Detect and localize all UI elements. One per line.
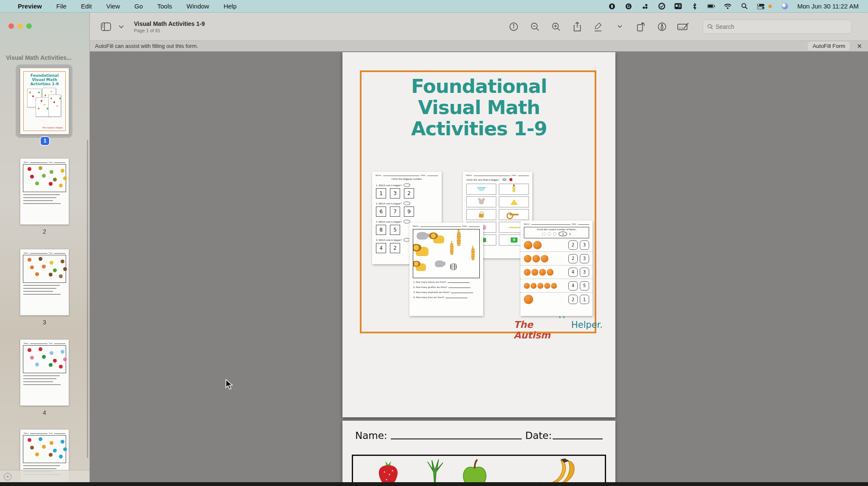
- close-window-button[interactable]: [8, 23, 14, 29]
- plus-icon[interactable]: +: [4, 473, 11, 480]
- zoom-out-icon[interactable]: [529, 21, 541, 33]
- count-row: 23: [520, 252, 593, 265]
- name-blank-line: [30, 344, 48, 344]
- menu-item-go[interactable]: Go: [134, 3, 143, 10]
- share-icon[interactable]: [571, 21, 583, 33]
- draw-icon[interactable]: [656, 21, 668, 33]
- mini-item-dot: [44, 104, 45, 106]
- orange-icon: [537, 283, 543, 289]
- minimize-window-button[interactable]: [17, 23, 23, 29]
- date-label: Date:: [49, 161, 53, 163]
- pdf-page-2: Name: Date:: [342, 421, 615, 486]
- date-label: Date:: [49, 432, 53, 434]
- sidebar-document-title: Visual Math Activities...: [6, 54, 72, 61]
- thumbnail-page-4[interactable]: Name:Date:: [20, 339, 69, 406]
- mini-item-dot: [42, 355, 46, 359]
- menu-clock[interactable]: Mon Jun 30 11:22 AM: [797, 3, 859, 10]
- date-label: Date:: [572, 223, 577, 225]
- knot-icon[interactable]: [658, 3, 665, 10]
- date-blank-line: [518, 176, 529, 176]
- mini-item-dot: [30, 175, 34, 179]
- zoom-in-icon[interactable]: [550, 21, 562, 33]
- rotate-icon[interactable]: [635, 21, 647, 33]
- info-icon[interactable]: [508, 21, 520, 33]
- cheese-icon: [510, 199, 518, 205]
- mini-collage-sheet: [36, 97, 50, 117]
- circled-number: 3: [559, 232, 567, 236]
- menu-item-preview[interactable]: Preview: [18, 3, 42, 10]
- mini-item-dot: [35, 363, 39, 366]
- fruit-picture-box: [352, 455, 606, 486]
- mini-item-dot: [30, 446, 34, 450]
- elephant-icon: [435, 260, 444, 267]
- menu-item-view[interactable]: View: [106, 3, 120, 10]
- chevron-down-icon[interactable]: [115, 21, 127, 33]
- lion-icon: [416, 247, 428, 256]
- mini-name-date-line: Name:Date:: [20, 430, 69, 434]
- number-choice-box: 3: [580, 254, 589, 263]
- markup-pencil-icon[interactable]: [593, 21, 604, 33]
- lion-icon: [416, 263, 426, 271]
- mini-item-dot: [50, 441, 53, 445]
- markup-chevron-icon[interactable]: [614, 21, 626, 33]
- answer-doodle-icon: [403, 201, 410, 205]
- record-icon[interactable]: [608, 3, 616, 10]
- mini-question-line: [23, 203, 66, 204]
- mini-question-line: [23, 378, 66, 379]
- mini-item-dot: [50, 170, 53, 174]
- date-blank-line[interactable]: [553, 439, 603, 439]
- item-cell: [499, 209, 529, 220]
- number-choices: 23: [568, 254, 589, 263]
- mini-question-line: [23, 200, 66, 201]
- siri-icon[interactable]: [781, 3, 788, 10]
- sidebar-toggle-icon[interactable]: [100, 21, 112, 33]
- bluetooth-icon[interactable]: [691, 3, 698, 10]
- name-blank-line: [30, 433, 48, 434]
- mini-item-dot: [63, 267, 67, 271]
- search-field[interactable]: [703, 20, 852, 34]
- autofill-form-button[interactable]: AutoFill Form: [808, 42, 850, 50]
- zoom-window-button[interactable]: [26, 23, 32, 29]
- mini-item-dot: [63, 358, 67, 361]
- sidebar-scrollbar[interactable]: [87, 140, 88, 458]
- mini-item-dot: [59, 184, 63, 187]
- name-label: Name:: [24, 252, 29, 254]
- input-source-icon[interactable]: [674, 3, 682, 10]
- menu-item-tools[interactable]: Tools: [157, 3, 172, 10]
- date-blank-line: [54, 253, 65, 254]
- menu-item-help[interactable]: Help: [223, 3, 236, 10]
- search-input[interactable]: [715, 23, 847, 30]
- mini-name-date-line: Name:Date:: [520, 221, 593, 225]
- instruction-text: Circle the biggest number.: [372, 178, 442, 180]
- thumbnail-page-1[interactable]: FoundationalVisual MathActivities 1-9The…: [20, 68, 69, 134]
- screen: PreviewFileEditViewGoToolsWindowHelp G: [0, 0, 868, 486]
- close-icon[interactable]: ✕: [857, 42, 862, 50]
- thumbnail-page-3[interactable]: Name:Date:: [20, 249, 69, 316]
- answer-blank-line: [448, 282, 470, 283]
- dots-app-icon[interactable]: [641, 3, 649, 10]
- mini-question-line: [23, 194, 66, 195]
- grammarly-icon[interactable]: G: [625, 3, 632, 10]
- date-label: Date:: [512, 174, 517, 176]
- spotlight-icon[interactable]: [740, 3, 748, 10]
- apple-outline-icon: [548, 232, 551, 236]
- signature-icon[interactable]: [677, 21, 689, 33]
- menu-item-edit[interactable]: Edit: [81, 3, 92, 10]
- menu-item-file[interactable]: File: [56, 3, 67, 10]
- mini-picture-box: [23, 164, 66, 192]
- battery-icon[interactable]: [707, 3, 715, 10]
- sidebar-footer: +: [0, 470, 90, 483]
- control-center-icon[interactable]: [757, 3, 765, 10]
- name-blank-line[interactable]: [391, 439, 522, 439]
- wifi-icon[interactable]: [724, 3, 732, 10]
- number-choices: 45: [568, 281, 589, 290]
- thumbnail-page-2[interactable]: Name:Date:: [20, 158, 69, 225]
- document-view[interactable]: Foundational Visual Math Activities 1-9 …: [90, 52, 868, 486]
- mini-item-dot: [32, 95, 34, 97]
- mini-item-dot: [38, 108, 39, 109]
- instruction-row: Circle the one that is bigger.: [463, 176, 532, 181]
- mini-name-date-line: Name:Date:: [20, 249, 69, 254]
- menu-item-window[interactable]: Window: [186, 3, 209, 10]
- mini-item-dot: [39, 166, 42, 170]
- date-blank-line: [469, 226, 480, 227]
